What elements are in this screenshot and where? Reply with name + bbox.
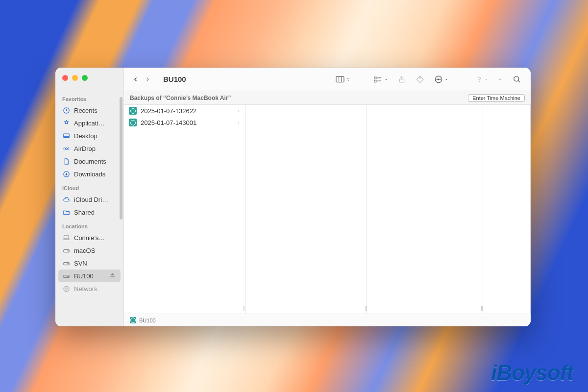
sidebar-item-label: Shared: [74, 209, 95, 216]
sidebar-item-label: macOS: [74, 247, 95, 254]
watermark-logo: iBoysoft: [491, 361, 573, 385]
column-4[interactable]: [483, 105, 531, 314]
help-button[interactable]: [473, 73, 491, 86]
maximize-button[interactable]: [82, 75, 88, 81]
cloud-icon: [62, 196, 70, 203]
group-button[interactable]: [370, 73, 391, 86]
disk-icon: [62, 272, 70, 280]
minimize-button[interactable]: [72, 75, 78, 81]
svg-rect-7: [63, 262, 69, 265]
sidebar-item-this-mac[interactable]: Connie’s…: [55, 231, 123, 244]
svg-point-0: [63, 107, 69, 113]
disk-icon: [62, 246, 70, 254]
laptop-icon: [62, 234, 70, 242]
sidebar-item-bu100[interactable]: BU100: [58, 270, 121, 282]
time-machine-icon: [130, 317, 136, 323]
share-button[interactable]: [395, 73, 409, 86]
enter-time-machine-button[interactable]: Enter Time Machine: [468, 94, 525, 102]
tags-button[interactable]: [413, 73, 427, 86]
time-machine-icon: [129, 107, 137, 115]
svg-point-6: [68, 250, 68, 251]
sidebar-item-label: Downloads: [74, 171, 105, 178]
sidebar-item-svn[interactable]: SVN: [55, 257, 123, 270]
desktop-icon: [62, 132, 70, 140]
airdrop-icon: [62, 145, 70, 152]
window-title: BU100: [163, 75, 186, 83]
svg-rect-5: [63, 249, 69, 252]
sidebar-item-macos[interactable]: macOS: [55, 244, 123, 257]
forward-button[interactable]: [143, 74, 152, 85]
sidebar-item-applications[interactable]: Applicati…: [55, 117, 123, 129]
sidebar-section-icloud: iCloud: [55, 180, 123, 193]
back-button[interactable]: [131, 74, 141, 85]
toolbar: BU100: [124, 68, 531, 91]
sidebar-item-recents[interactable]: Recents: [55, 104, 123, 117]
sidebar-section-locations: Locations: [55, 219, 123, 231]
path-bar-label[interactable]: BU100: [139, 318, 156, 323]
sidebar-item-downloads[interactable]: Downloads: [55, 168, 123, 180]
backup-folder-row[interactable]: 2025-01-07-143001: [124, 117, 245, 128]
sidebar-item-label: Documents: [74, 158, 106, 165]
sidebar-item-label: Desktop: [74, 132, 98, 140]
disk-icon: [62, 259, 70, 267]
svg-point-3: [63, 171, 69, 176]
sidebar-item-label: Applicati…: [74, 120, 104, 127]
column-3[interactable]: [367, 105, 483, 314]
sidebar-item-label: Connie’s…: [74, 234, 105, 242]
sidebar: Favorites Recents Applicati… Desktop Air…: [55, 68, 124, 326]
view-columns-button[interactable]: [332, 73, 353, 86]
svg-point-8: [68, 263, 68, 264]
sidebar-item-network[interactable]: Network: [55, 282, 123, 295]
finder-window: Favorites Recents Applicati… Desktop Air…: [55, 68, 531, 326]
svg-rect-15: [399, 79, 404, 82]
sidebar-item-documents[interactable]: Documents: [55, 155, 123, 168]
folder-icon: [62, 208, 70, 216]
svg-point-17: [435, 76, 442, 83]
sidebar-item-label: Recents: [74, 107, 98, 114]
column-view: 2025-01-07-132622 2025-01-07-143001: [124, 105, 531, 314]
column-1[interactable]: 2025-01-07-132622 2025-01-07-143001: [124, 105, 245, 314]
sidebar-item-label: BU100: [74, 272, 94, 280]
sidebar-item-shared[interactable]: Shared: [55, 206, 123, 219]
close-button[interactable]: [62, 75, 68, 81]
sidebar-item-label: SVN: [74, 260, 87, 267]
info-bar-heading: Backups of “Connie’s MacBook Air”: [130, 95, 231, 101]
svg-point-11: [63, 286, 69, 291]
eject-icon[interactable]: [109, 272, 116, 280]
sidebar-item-label: iCloud Dri…: [74, 196, 108, 203]
svg-point-16: [419, 77, 420, 78]
svg-point-21: [479, 81, 479, 81]
svg-rect-14: [374, 80, 376, 82]
info-bar: Backups of “Connie’s MacBook Air” Enter …: [124, 91, 531, 105]
svg-rect-1: [63, 134, 69, 138]
svg-point-18: [437, 79, 438, 80]
svg-rect-4: [64, 236, 69, 239]
svg-rect-12: [336, 76, 344, 82]
download-icon: [62, 170, 70, 178]
dropdown-button[interactable]: [495, 73, 506, 86]
chevron-right-icon: [237, 107, 240, 115]
watermark-text: Boysoft: [496, 361, 573, 385]
sidebar-item-label: Network: [74, 285, 98, 293]
backup-folder-row[interactable]: 2025-01-07-132622: [124, 105, 245, 117]
main-area: BU100: [124, 68, 531, 326]
column-2[interactable]: [245, 105, 367, 314]
chevron-right-icon: [237, 119, 240, 126]
file-name: 2025-01-07-143001: [141, 119, 196, 126]
sidebar-item-label: AirDrop: [74, 145, 96, 152]
apps-icon: [62, 119, 70, 127]
desktop-background: Favorites Recents Applicati… Desktop Air…: [0, 0, 588, 392]
window-controls: [62, 75, 88, 81]
doc-icon: [62, 157, 70, 165]
sidebar-item-airdrop[interactable]: AirDrop: [55, 142, 123, 155]
globe-icon: [62, 285, 70, 293]
svg-rect-13: [374, 77, 376, 79]
sidebar-item-icloud-drive[interactable]: iCloud Dri…: [55, 193, 123, 206]
svg-point-2: [65, 147, 67, 149]
action-menu-button[interactable]: [431, 73, 451, 86]
svg-point-22: [514, 76, 519, 81]
svg-point-20: [440, 79, 441, 80]
search-button[interactable]: [510, 73, 524, 86]
svg-point-10: [68, 276, 68, 276]
sidebar-item-desktop[interactable]: Desktop: [55, 129, 123, 142]
